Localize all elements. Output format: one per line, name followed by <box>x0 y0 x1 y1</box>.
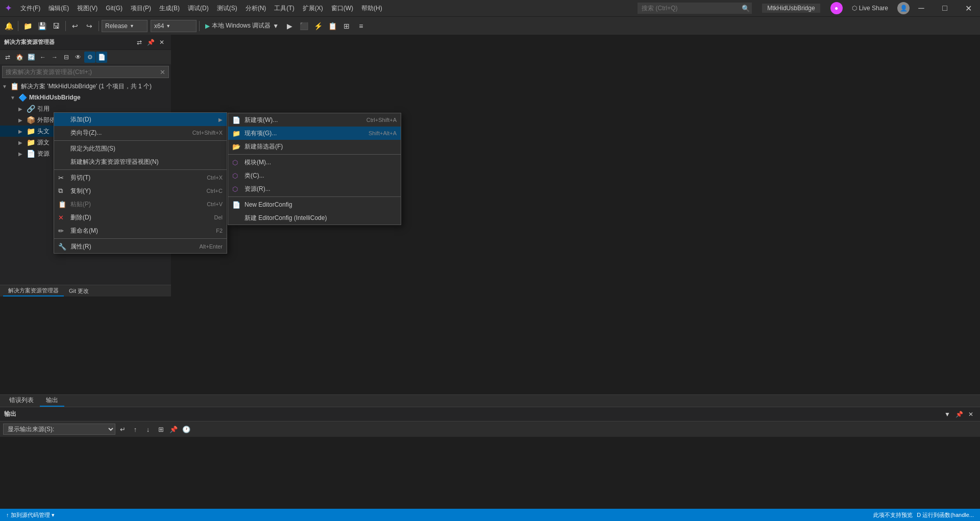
output-clock[interactable]: 🕐 <box>181 424 192 435</box>
ctx-cut-label: 剪切(T) <box>70 173 197 182</box>
sub-new-item-shortcut: Ctrl+Shift+A <box>366 117 397 123</box>
maximize-button[interactable]: □ <box>933 0 957 16</box>
output-word-wrap[interactable]: ↵ <box>117 424 128 435</box>
ctx-newview[interactable]: 新建解决方案资源管理器视图(N) <box>54 155 227 168</box>
sub-module-label: 模块(M)... <box>244 158 397 167</box>
tab-error-list[interactable]: 错误列表 <box>3 395 40 407</box>
ctx-newview-label: 新建解决方案资源管理器视图(N) <box>70 158 223 166</box>
project-label: MtkHidUsbBridge <box>29 94 81 101</box>
ctx-cut[interactable]: ✂ 剪切(T) Ctrl+X <box>54 171 227 184</box>
sub-new-filter[interactable]: 📂 新建筛选器(F) <box>228 140 401 153</box>
menu-window[interactable]: 窗口(W) <box>327 0 357 16</box>
menu-project[interactable]: 项目(P) <box>127 0 155 16</box>
menu-test[interactable]: 测试(S) <box>213 0 241 16</box>
menu-debug[interactable]: 调试(D) <box>184 0 213 16</box>
sub-existing-icon: 📁 <box>232 130 244 137</box>
ctx-add[interactable]: 添加(D) ▶ <box>54 113 227 126</box>
sub-editorconfig-ic[interactable]: 新建 EditorConfig (IntelliCode) <box>228 211 401 225</box>
pt-filter[interactable]: ⚙ <box>84 52 95 63</box>
status-git[interactable]: ↑ 加到源代码管理 ▾ <box>4 509 57 521</box>
minimize-button[interactable]: ─ <box>910 0 933 16</box>
sub-new-item[interactable]: 📄 新建项(W)... Ctrl+Shift+A <box>228 113 401 127</box>
output-find-next[interactable]: ↓ <box>142 424 154 435</box>
ctx-properties[interactable]: 🔧 属性(R) Alt+Enter <box>54 240 227 253</box>
search-input[interactable] <box>638 3 740 14</box>
sync-btn[interactable]: ⇄ <box>134 37 144 47</box>
status-run-fn[interactable]: D 运行到函数(handle... <box>915 511 976 519</box>
menu-git[interactable]: Git(G) <box>102 0 127 16</box>
pt-sync[interactable]: ⇄ <box>2 52 13 63</box>
pt-home[interactable]: 🏠 <box>14 52 25 63</box>
menu-extensions[interactable]: 扩展(X) <box>299 0 327 16</box>
extra-btn[interactable]: ≡ <box>354 19 368 33</box>
save-btn[interactable]: 🖫 <box>50 19 63 33</box>
menu-tools[interactable]: 工具(T) <box>270 0 298 16</box>
menu-help[interactable]: 帮助(H) <box>357 0 386 16</box>
ctx-delete[interactable]: ✕ 删除(D) Del <box>54 211 227 224</box>
tab-output[interactable]: 输出 <box>40 395 64 407</box>
open-btn[interactable]: 📁 <box>21 19 34 33</box>
output-close-btn[interactable]: ✕ <box>966 409 976 419</box>
ctx-copy-label: 复制(Y) <box>70 187 197 195</box>
pt-collapse[interactable]: ⊟ <box>61 52 72 63</box>
sub-resource[interactable]: ⬡ 资源(R)... <box>228 182 401 195</box>
tree-solution[interactable]: ▼ 📋 解决方案 'MtkHidUsbBridge' (1 个项目，共 1 个) <box>0 81 171 92</box>
output-pin-btn[interactable]: 📌 <box>954 409 964 419</box>
user-icon[interactable]: 👤 <box>897 2 910 14</box>
liveshare-button[interactable]: ⬡ Live Share <box>847 0 893 16</box>
close-button[interactable]: ✕ <box>957 0 980 16</box>
redo-btn[interactable]: ↪ <box>83 19 96 33</box>
ctx-wizard[interactable]: 类向导(Z)... Ctrl+Shift+X <box>54 126 227 139</box>
ctx-add-label: 添加(D) <box>70 115 218 124</box>
status-git-icon: ↑ <box>6 512 9 518</box>
profile-avatar[interactable]: ● <box>830 2 843 14</box>
perf-btn[interactable]: ⚡ <box>311 19 325 33</box>
menu-file[interactable]: 文件(F) <box>16 0 44 16</box>
ctx-delete-label: 删除(D) <box>70 213 204 222</box>
layout-btn[interactable]: ⊞ <box>340 19 353 33</box>
output-clear[interactable]: ⊞ <box>155 424 166 435</box>
vs-logo: ✦ <box>0 0 16 16</box>
se-tab-git[interactable]: Git 更改 <box>64 285 94 296</box>
pt-refresh[interactable]: 🔄 <box>26 52 37 63</box>
sub-editorconfig[interactable]: 📄 New EditorConfig <box>228 198 401 211</box>
pt-view[interactable]: 👁 <box>72 52 84 63</box>
new-project-btn[interactable]: 🔔 <box>2 19 15 33</box>
undo-btn[interactable]: ↩ <box>68 19 82 33</box>
pt-back[interactable]: ← <box>37 52 48 63</box>
ctx-scope[interactable]: 限定为此范围(S) <box>54 142 227 155</box>
menu-edit[interactable]: 编辑(E) <box>44 0 73 16</box>
ctx-cut-shortcut: Ctrl+X <box>207 175 223 181</box>
pt-preview[interactable]: 📄 <box>96 52 107 63</box>
ctx-rename[interactable]: ✏ 重命名(M) F2 <box>54 224 227 237</box>
ctx-paste-icon: 📋 <box>58 201 68 208</box>
se-tab-solution[interactable]: 解决方案资源管理器 <box>3 285 64 296</box>
run-arrow-btn[interactable]: ▶ <box>283 19 296 33</box>
search-clear-icon[interactable]: ✕ <box>160 68 165 76</box>
output-collapse-btn[interactable]: ▼ <box>942 409 952 419</box>
sub-module-icon: ⬡ <box>232 159 244 166</box>
panel-search-input[interactable] <box>6 68 160 76</box>
run-button[interactable]: ▶ 本地 Windows 调试器 ▼ <box>202 20 282 32</box>
output-source-select[interactable]: 显示输出来源(S): <box>3 424 115 435</box>
tree-project[interactable]: ▼ 🔷 MtkHidUsbBridge <box>0 92 171 103</box>
ctx-copy[interactable]: ⧉ 复制(Y) Ctrl+C <box>54 184 227 197</box>
menu-analyze[interactable]: 分析(N) <box>241 0 271 16</box>
config-dropdown[interactable]: Release ▼ <box>102 20 148 32</box>
pin-btn[interactable]: 📌 <box>145 37 156 47</box>
platform-dropdown[interactable]: x64 ▼ <box>151 20 197 32</box>
sub-class[interactable]: ⬡ 类(C)... <box>228 169 401 182</box>
se-tab-row: 解决方案资源管理器 Git 更改 <box>0 285 171 297</box>
pt-forward[interactable]: → <box>49 52 60 63</box>
output-pin[interactable]: 📌 <box>168 424 179 435</box>
menu-view[interactable]: 视图(V) <box>73 0 102 16</box>
sub-module[interactable]: ⬡ 模块(M)... <box>228 156 401 169</box>
output-find-prev[interactable]: ↑ <box>130 424 141 435</box>
sub-existing-item[interactable]: 📁 现有项(G)... Shift+Alt+A <box>228 127 401 140</box>
browse-btn[interactable]: 📋 <box>326 19 339 33</box>
search-icon[interactable]: 🔍 <box>740 3 752 14</box>
save-all-btn[interactable]: 💾 <box>35 19 48 33</box>
panel-close-btn[interactable]: ✕ <box>157 37 167 47</box>
ctx-rename-label: 重命名(M) <box>70 227 206 235</box>
menu-build[interactable]: 生成(B) <box>155 0 184 16</box>
